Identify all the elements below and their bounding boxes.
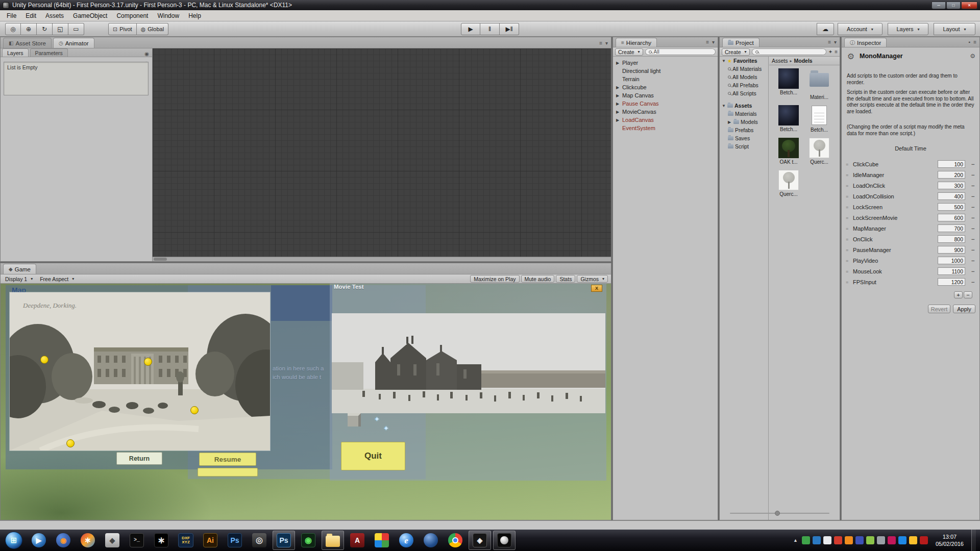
office-icon[interactable] — [371, 531, 393, 550]
script-row-lockscreenmovie[interactable]: =LockScreenMovie− — [844, 212, 978, 223]
folder-prefabs[interactable]: Prefabs — [720, 126, 768, 134]
time-field[interactable] — [938, 235, 965, 243]
tray-icon[interactable] — [802, 536, 810, 544]
favorite-all-prefabs[interactable]: All Prefabs — [720, 81, 768, 89]
time-field[interactable] — [938, 246, 965, 254]
script-row-loadoncollision[interactable]: =LoadOnCollision− — [844, 191, 978, 202]
hierarchy-item-clickcube[interactable]: ▶Clickcube — [613, 83, 718, 91]
menu-window[interactable]: Window — [153, 10, 184, 21]
script-row-mouselook[interactable]: =MouseLook− — [844, 266, 978, 277]
display-dropdown[interactable]: Display 1▾ — [2, 275, 36, 283]
breadcrumb-assets[interactable]: Assets — [772, 58, 788, 64]
tray-icon[interactable] — [920, 536, 928, 544]
panel-menu-icon[interactable]: ≡ — [828, 39, 831, 45]
time-field[interactable] — [938, 192, 965, 200]
globe-app-icon[interactable] — [420, 531, 442, 550]
script-row-mapmanager[interactable]: =MapManager− — [844, 223, 978, 234]
tab-asset-store[interactable]: ◧Asset Store — [3, 38, 52, 48]
game-viewport[interactable]: ation in here such a ich would be able t… — [1, 284, 611, 520]
eye-app-icon[interactable]: ◉ — [297, 531, 320, 550]
media-player-icon[interactable]: ▶ — [28, 531, 50, 550]
hierarchy-item-directional-light[interactable]: Directional light — [613, 67, 718, 75]
firefox-icon[interactable]: ◉ — [52, 531, 75, 550]
revert-button[interactable]: Revert — [928, 305, 950, 313]
settings-gear-icon[interactable]: ⚙ — [970, 53, 975, 60]
time-field[interactable] — [938, 203, 965, 211]
time-field[interactable] — [938, 257, 965, 264]
drag-handle-icon[interactable]: = — [846, 215, 853, 220]
remove-script-button[interactable]: − — [969, 279, 976, 286]
favorite-all-materials[interactable]: All Materials — [720, 65, 768, 73]
folder-materials[interactable]: Materials — [720, 110, 768, 118]
chevron-down-icon[interactable]: ▾ — [712, 39, 715, 45]
tray-icon[interactable] — [813, 536, 821, 544]
drag-handle-icon[interactable]: = — [846, 237, 853, 242]
remove-script-button[interactable]: − — [969, 225, 976, 232]
rotate-tool-button[interactable]: ↻ — [37, 23, 53, 35]
tab-inspector[interactable]: ⓘInspector — [844, 38, 887, 47]
lock-icon[interactable]: ▪ — [969, 39, 971, 45]
apply-button[interactable]: Apply — [953, 305, 975, 313]
layout-dropdown[interactable]: Layout▾ — [934, 23, 975, 35]
collapse-arrow-icon[interactable]: ▼ — [722, 59, 726, 63]
animator-hscrollbar[interactable] — [153, 257, 611, 261]
expand-arrow-icon[interactable]: ▶ — [616, 102, 621, 106]
unity-taskbar-icon[interactable]: ◈ — [469, 531, 491, 550]
breadcrumb-models[interactable]: Models — [794, 58, 813, 64]
minimize-button[interactable]: ─ — [932, 2, 946, 9]
account-dropdown[interactable]: Account▾ — [838, 23, 883, 35]
cloud-button[interactable]: ☁ — [817, 23, 834, 35]
tab-animator[interactable]: ◷Animator — [53, 38, 94, 48]
particles-app-icon[interactable]: ∗ — [150, 531, 173, 550]
hand-tool-button[interactable]: ◎ — [5, 23, 21, 35]
drag-handle-icon[interactable]: = — [846, 258, 853, 263]
remove-script-button[interactable]: − — [969, 161, 976, 168]
collapse-arrow-icon[interactable]: ▼ — [722, 104, 726, 108]
drag-handle-icon[interactable]: = — [846, 280, 853, 285]
script-row-clickcube[interactable]: =ClickCube− — [844, 159, 978, 169]
pause-button[interactable]: ‖ — [480, 23, 500, 35]
illustrator-icon[interactable]: Ai — [199, 531, 222, 550]
favorite-all-scripts[interactable]: All Scripts — [720, 89, 768, 97]
photoshop-icon[interactable]: Ps — [273, 531, 295, 550]
script-row-lockscreen[interactable]: =LockScreen− — [844, 202, 978, 212]
expand-arrow-icon[interactable]: ▶ — [728, 120, 732, 124]
ie-icon[interactable]: e — [395, 531, 418, 550]
maximize-button[interactable]: □ — [946, 2, 961, 9]
remove-script-button[interactable]: − — [969, 204, 976, 211]
movie-close-button[interactable]: X — [591, 285, 602, 292]
drag-handle-icon[interactable]: = — [846, 226, 853, 231]
menu-edit[interactable]: Edit — [21, 10, 41, 21]
hierarchy-item-pause-canvas[interactable]: ▶Pause Canvas — [613, 99, 718, 108]
folder-script[interactable]: Script — [720, 142, 768, 151]
tab-game[interactable]: ◆Game — [3, 264, 36, 274]
expand-arrow-icon[interactable]: ▶ — [616, 93, 621, 98]
time-field[interactable] — [938, 214, 965, 221]
chevron-down-icon[interactable]: ▾ — [834, 39, 837, 45]
hierarchy-create-button[interactable]: Create▾ — [615, 48, 643, 56]
hierarchy-item-player[interactable]: ▶Player — [613, 59, 718, 67]
eye-icon[interactable]: ◉ — [141, 51, 152, 57]
sphere-app-icon[interactable] — [493, 531, 516, 550]
drag-handle-icon[interactable]: = — [846, 172, 853, 178]
favorite-all-models[interactable]: All Models — [720, 73, 768, 81]
gizmos-dropdown[interactable]: Gizmos▾ — [577, 275, 608, 283]
stats-toggle[interactable]: Stats — [556, 275, 575, 283]
scrollbar-thumb[interactable] — [154, 258, 167, 261]
global-toggle[interactable]: ◍Global — [137, 23, 168, 35]
tray-icon[interactable] — [845, 536, 853, 544]
rect-tool-button[interactable]: ▭ — [68, 23, 84, 35]
panel-menu-icon[interactable]: ≡ — [599, 40, 602, 46]
asset-labels-icon[interactable]: ✦ — [828, 49, 832, 55]
tray-expand-icon[interactable]: ▲ — [793, 538, 798, 543]
panel-menu-icon[interactable]: ≡ — [835, 49, 838, 55]
drag-handle-icon[interactable]: = — [846, 269, 853, 274]
map-marker[interactable] — [66, 439, 75, 447]
move-tool-button[interactable]: ⊕ — [21, 23, 37, 35]
animator-graph-grid[interactable] — [153, 48, 611, 261]
resume-button[interactable]: Resume — [199, 453, 256, 466]
explorer-icon[interactable] — [322, 531, 344, 550]
tray-icon[interactable] — [888, 536, 896, 544]
remove-script-button[interactable]: − — [969, 236, 976, 243]
tray-icon[interactable] — [898, 536, 906, 544]
